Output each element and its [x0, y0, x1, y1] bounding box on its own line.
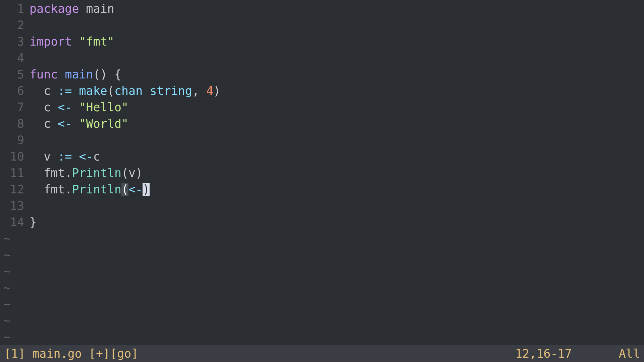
line-number: 11 [0, 165, 30, 181]
empty-line-marker: ~ [0, 313, 644, 329]
code-content[interactable] [30, 132, 644, 148]
code-content[interactable]: fmt.Println(<-) [30, 181, 644, 198]
code-editor[interactable]: 1package main23import "fmt"45func main()… [0, 0, 644, 345]
code-line[interactable]: 10 v := <-c [0, 148, 644, 165]
empty-line-marker: ~ [0, 247, 644, 263]
code-line[interactable]: 13 [0, 198, 644, 214]
line-number: 14 [0, 214, 30, 231]
code-content[interactable] [30, 198, 644, 214]
code-line[interactable]: 1package main [0, 1, 644, 17]
code-content[interactable]: c <- "Hello" [30, 99, 644, 116]
empty-line-marker: ~ [0, 329, 644, 346]
code-line[interactable]: 2 [0, 17, 644, 34]
code-line[interactable]: 12 fmt.Println(<-) [0, 181, 644, 198]
line-number: 4 [0, 50, 30, 66]
code-line[interactable]: 11 fmt.Println(v) [0, 165, 644, 181]
code-line[interactable]: 5func main() { [0, 66, 644, 83]
code-content[interactable]: } [30, 214, 644, 231]
empty-line-marker: ~ [0, 263, 644, 280]
code-content[interactable]: c <- "World" [30, 116, 644, 132]
code-content[interactable]: func main() { [30, 66, 644, 83]
status-position: 12,16-17 [515, 346, 619, 362]
line-number: 6 [0, 83, 30, 99]
line-number: 1 [0, 1, 30, 17]
line-number: 10 [0, 148, 30, 165]
empty-line-marker: ~ [0, 231, 644, 247]
status-bar: [1] main.go [+][go] 12,16-17 All [0, 345, 644, 362]
code-line[interactable]: 7 c <- "Hello" [0, 99, 644, 116]
code-line[interactable]: 14} [0, 214, 644, 231]
code-content[interactable]: c := make(chan string, 4) [30, 83, 644, 99]
status-scroll: All [619, 346, 640, 362]
line-number: 5 [0, 66, 30, 83]
status-file: [1] main.go [+][go] [4, 346, 138, 362]
line-number: 12 [0, 181, 30, 198]
code-content[interactable]: package main [30, 1, 644, 17]
code-line[interactable]: 6 c := make(chan string, 4) [0, 83, 644, 99]
code-line[interactable]: 3import "fmt" [0, 34, 644, 50]
line-number: 2 [0, 17, 30, 34]
code-content[interactable] [30, 50, 644, 66]
code-line[interactable]: 9 [0, 132, 644, 148]
code-line[interactable]: 8 c <- "World" [0, 116, 644, 132]
code-line[interactable]: 4 [0, 50, 644, 66]
empty-line-marker: ~ [0, 280, 644, 296]
empty-line-marker: ~ [0, 296, 644, 313]
code-content[interactable]: fmt.Println(v) [30, 165, 644, 181]
line-number: 3 [0, 34, 30, 50]
code-content[interactable]: import "fmt" [30, 34, 644, 50]
code-content[interactable] [30, 17, 644, 34]
line-number: 9 [0, 132, 30, 148]
line-number: 8 [0, 116, 30, 132]
line-number: 13 [0, 198, 30, 214]
code-content[interactable]: v := <-c [30, 148, 644, 165]
line-number: 7 [0, 99, 30, 116]
